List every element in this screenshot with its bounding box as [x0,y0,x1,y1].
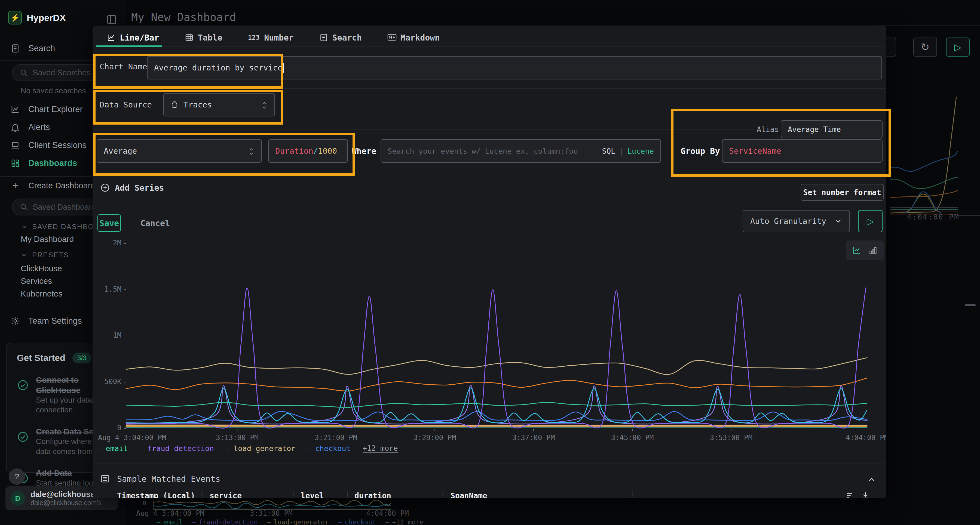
bar-chart-toggle-icon[interactable] [869,246,878,255]
legend-more-button[interactable]: +12 more [363,444,398,453]
chevron-down-icon [834,217,842,225]
expression-token: 1000 [318,146,337,155]
sql-toggle[interactable]: SQL [602,147,615,155]
save-button[interactable]: Save [97,214,121,232]
y-axis-tick-label: 500K [95,377,121,386]
legend-item-load-generator[interactable]: —load-generator [226,444,296,453]
edit-chart-modal: Line/Bar Table 123 Number Search Markdow… [92,25,886,498]
refresh-icon: ↻ [921,41,930,53]
expression-token: / [313,146,318,155]
column-separator[interactable] [347,491,349,498]
sort-icon[interactable] [845,491,854,498]
column-separator[interactable] [442,491,445,498]
legend-label: checkout [315,444,351,453]
chart-name-value: Average duration by service [154,63,282,72]
tab-search[interactable]: Search [319,33,362,43]
y-axis-tick-label: 1.5M [95,285,121,293]
tab-label: Search [332,33,362,43]
download-icon[interactable] [861,491,870,498]
where-label: Where [352,146,376,156]
group-by-label: Group By [681,146,720,156]
series-line-checkout[interactable] [126,411,867,420]
background-legend-item: —fraud-detection [192,519,258,525]
y-axis-tick-label: 1M [95,331,121,339]
sidebar-collapse-button[interactable] [106,14,118,25]
column-separator[interactable] [632,491,634,498]
chart-name-input[interactable]: Average duration by service [147,56,882,79]
series-line-unlabeled-orange[interactable] [126,378,867,391]
lucene-toggle[interactable]: Lucene [627,147,654,155]
divider [92,88,886,89]
collapse-section-button[interactable] [867,475,876,484]
table-column-header[interactable]: duration [355,491,391,498]
series-line-load-generator[interactable] [126,358,867,374]
legend-dash: — [140,444,144,453]
alias-input[interactable]: Average Time [781,120,883,138]
divider [126,0,126,25]
toggle-divider: | [619,147,624,155]
background-chart-right [889,97,980,217]
tab-line-bar[interactable]: Line/Bar [107,33,159,43]
table-column-header[interactable]: Timestamp (Local) [117,491,195,498]
legend-label: email [106,444,128,453]
divider [92,130,754,130]
x-axis-tick-label: Aug 4 3:04:00 PM [98,434,166,442]
series-line-email[interactable] [126,402,867,407]
table-column-header[interactable]: SpanName [450,491,487,498]
play-icon: ▷ [867,216,874,227]
background-chart-x-tick: 4:04:00 PM [366,509,409,517]
y-axis-tick-label: 2M [95,239,121,247]
table-icon [185,33,194,42]
granularity-select[interactable]: Auto Granularity [743,210,850,232]
tab-table[interactable]: Table [185,33,223,43]
timeseries-chart[interactable] [124,240,870,433]
database-icon [170,101,178,109]
column-separator[interactable] [293,491,295,498]
tab-label: Table [198,33,223,43]
dashboard-run-button[interactable]: ▷ [946,38,970,57]
where-search-input[interactable]: Search your events w/ Lucene ex. column:… [380,139,661,163]
chart-legend: —email—fraud-detection—load-generator—ch… [98,444,398,453]
expression-token: Duration [275,146,313,155]
scrollbar-thumb[interactable] [965,304,976,306]
legend-item-email[interactable]: —email [98,444,128,453]
select-updown-icon [248,146,255,155]
legend-item-fraud-detection[interactable]: —fraud-detection [140,444,214,453]
table-column-header[interactable]: level [301,491,324,498]
background-legend-item: —+12 more [385,519,423,525]
background-legend-item: —email [156,519,183,525]
add-series-label: Add Series [115,183,164,193]
data-source-select[interactable]: Traces [163,93,275,116]
aggregation-select[interactable]: Average [97,139,262,163]
background-chart-x-label: 4:04:00 PM [907,213,959,221]
x-axis-tick-label: 3:29:00 PM [414,434,456,442]
granularity-value: Auto Granularity [750,217,826,226]
refresh-button[interactable]: ↻ [913,38,937,57]
text-cursor [283,63,284,73]
sample-matched-events-title: Sample Matched Events [117,474,220,484]
tab-number[interactable]: 123 Number [248,33,294,43]
divider [92,463,886,464]
add-series-button[interactable]: Add Series [100,183,164,193]
set-number-format-button[interactable]: Set number format [800,184,884,201]
legend-item-checkout[interactable]: —checkout [308,444,351,453]
background-legend-item: —checkout [338,519,376,525]
run-query-button[interactable]: ▷ [858,210,883,232]
panel-collapse-icon [106,14,118,25]
aggregation-value: Average [104,146,137,155]
group-by-input[interactable]: ServiceName [722,139,883,163]
x-axis-tick-label: 3:45:00 PM [611,434,654,442]
tab-markdown[interactable]: Markdown [387,33,440,43]
series-line-fraud-detection[interactable] [126,288,866,428]
document-list-icon [319,33,328,42]
tab-label: Line/Bar [120,33,159,43]
data-source-label: Data Source [100,100,152,109]
tabs-divider [92,46,886,46]
line-chart-icon [107,33,115,42]
table-column-header[interactable]: service [210,491,242,498]
play-icon: ▷ [954,41,961,52]
column-separator[interactable] [202,491,204,498]
expression-input[interactable]: Duration/1000 [268,139,348,163]
cancel-button[interactable]: Cancel [136,214,174,232]
markdown-icon [387,33,396,42]
